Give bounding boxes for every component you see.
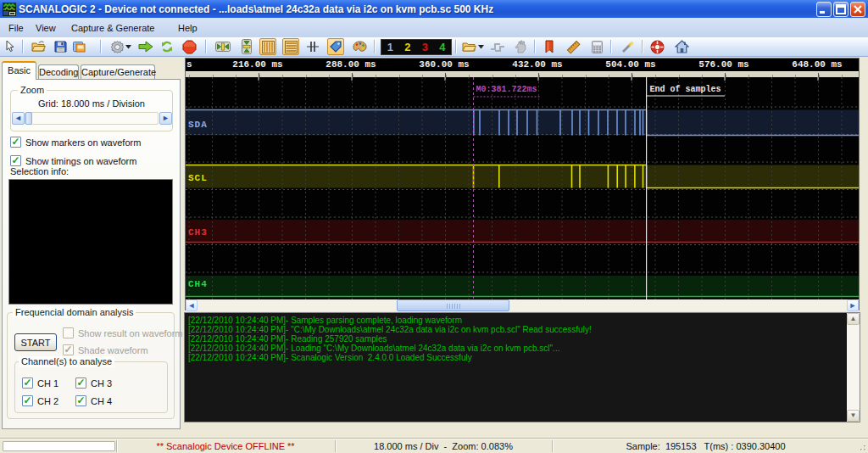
waveform-canvas[interactable]: SDASCLCH3CH4M0:381.722msEnd of samples	[186, 77, 859, 299]
tab-capture-generate[interactable]: Capture/Generate	[81, 64, 155, 80]
open-file-button[interactable]	[30, 38, 47, 55]
log-line: [22/12/2010 10:24:40 PM]- Scanalogic Ver…	[188, 353, 841, 362]
ruler-tick-strip	[186, 71, 859, 77]
minimize-button[interactable]	[816, 2, 832, 17]
open-folder2-icon	[462, 40, 476, 53]
waveform-panel: s216.00 ms288.00 ms360.00 ms432.00 ms504…	[185, 58, 860, 310]
checkbox-checked[interactable]: ✓	[75, 395, 86, 406]
settings-dropdown-icon[interactable]	[125, 45, 131, 49]
ruler-label: 648.00 ms	[792, 59, 842, 70]
resize-grip[interactable]	[858, 443, 866, 451]
open-recent-dropdown-icon[interactable]	[478, 45, 484, 49]
waveform-hscrollbar[interactable]: ◄ ►	[186, 299, 859, 311]
zoom-slider-thumb[interactable]	[25, 112, 32, 125]
markers-toggle-button[interactable]	[327, 38, 344, 55]
cursor-tool-button[interactable]	[1, 38, 18, 55]
log-lines: [22/12/2010 10:24:40 PM]- Samples parsin…	[188, 316, 841, 362]
home-button[interactable]	[673, 38, 690, 55]
add-bookmark-button[interactable]	[541, 38, 558, 55]
ruler-partial-label: s	[186, 59, 192, 70]
refresh-icon	[160, 40, 174, 53]
stop-icon	[182, 40, 197, 54]
maximize-button[interactable]	[833, 2, 849, 17]
open-folder-icon	[31, 40, 46, 53]
analyse-ch-3[interactable]: ✓CH 3	[75, 378, 112, 389]
menu-item-capture-generate[interactable]: Capture & Generate	[70, 21, 156, 36]
menu-item-view[interactable]: View	[34, 21, 58, 36]
horizontal-grid-toggle-button[interactable]	[282, 38, 299, 55]
analyse-ch-2[interactable]: ✓CH 2	[22, 395, 58, 406]
hscroll-thumb[interactable]	[397, 299, 509, 311]
checkbox-checked[interactable]: ✓	[10, 155, 21, 166]
checkbox-unchecked[interactable]	[63, 327, 74, 338]
measure-ruler-button[interactable]	[565, 38, 581, 55]
cursor-icon	[3, 40, 16, 53]
end-of-samples-label: End of samples	[650, 85, 721, 94]
tab-basic[interactable]: Basic	[2, 61, 36, 80]
option-show-result-on-waveform[interactable]: Show result on waveform	[63, 327, 183, 338]
channels-to-analyse-groupbox: Channel(s) to analyse ✓CH 1✓CH 3✓CH 2✓CH…	[14, 361, 168, 413]
tag-icon	[329, 40, 342, 53]
zoom-vertical-button[interactable]	[238, 38, 255, 55]
decode-wand-button[interactable]	[619, 38, 636, 55]
menu-item-file[interactable]: File	[7, 21, 25, 36]
run-button[interactable]	[137, 38, 154, 55]
menu-bar: FileViewCapture & GenerateHelp	[0, 18, 868, 37]
checkbox-checked[interactable]: ✓	[22, 395, 33, 406]
frequency-analysis-title: Frequencial domain analysis	[13, 307, 136, 318]
log-scroll-down-arrow[interactable]: ▼	[847, 410, 860, 422]
open-recent-button[interactable]	[460, 38, 477, 55]
colors-palette-button[interactable]	[351, 38, 368, 55]
checkbox-checked[interactable]: ✓	[75, 378, 86, 389]
help-support-button[interactable]	[648, 38, 665, 55]
window-title: SCANALOGIC 2 - Device not connected - ..…	[19, 3, 815, 15]
option-show-markers-on-waveform[interactable]: ✓Show markers on waveform	[10, 137, 141, 148]
minimize-icon	[819, 4, 829, 14]
log-panel: [22/12/2010 10:24:40 PM]- Samples parsin…	[184, 312, 860, 422]
close-icon	[853, 4, 863, 14]
channels-to-analyse-title: Channel(s) to analyse	[19, 356, 114, 367]
horizontal-lines-icon	[285, 41, 298, 53]
calculator-button[interactable]	[588, 38, 605, 55]
ruler-label: 360.00 ms	[419, 59, 469, 70]
gear-icon	[110, 40, 125, 54]
tab-decoding[interactable]: Decoding	[38, 64, 79, 80]
checkbox-checked[interactable]: ✓	[63, 344, 74, 355]
zoom-horizontal-button[interactable]	[214, 38, 231, 55]
log-line: [22/12/2010 10:24:40 PM]- Samples parsin…	[188, 316, 841, 325]
close-button[interactable]	[850, 2, 865, 17]
log-scroll-up-arrow[interactable]: ▲	[847, 313, 860, 325]
analyse-ch-4[interactable]: ✓CH 4	[75, 395, 112, 406]
stop-button[interactable]	[181, 38, 198, 55]
title-bar[interactable]: SCANALOGIC 2 - Device not connected - ..…	[0, 0, 868, 18]
hscroll-left-arrow[interactable]: ◄	[186, 299, 198, 311]
settings-button[interactable]	[108, 38, 125, 55]
zoom-horizontal-icon	[215, 41, 231, 53]
refresh-button[interactable]	[159, 38, 175, 55]
start-button[interactable]: START	[14, 333, 57, 351]
log-vscrollbar[interactable]: ▲ ▼	[847, 313, 860, 422]
option-show-timings-on-waveform[interactable]: ✓Show timings on waveform	[10, 155, 136, 166]
ruler-label: 288.00 ms	[326, 59, 376, 70]
channel-band-ch4	[186, 276, 859, 297]
vertical-grid-toggle-button[interactable]	[259, 38, 276, 55]
channel-label-ch4: CH4	[188, 279, 208, 289]
menu-item-help[interactable]: Help	[176, 21, 199, 36]
save-file-button[interactable]	[52, 38, 69, 55]
zoom-slider-track[interactable]	[25, 112, 159, 125]
checkbox-label: CH 3	[91, 378, 112, 389]
analyse-ch-1[interactable]: ✓CH 1	[22, 378, 58, 389]
option-shade-waveform[interactable]: ✓Shade waveform	[63, 344, 148, 355]
steps-generator-button[interactable]	[489, 38, 506, 55]
hscroll-right-arrow[interactable]: ►	[847, 299, 859, 311]
zoom-slider-right-arrow[interactable]: ►	[159, 112, 172, 125]
pan-hand-button[interactable]	[512, 38, 529, 55]
checkbox-checked[interactable]: ✓	[10, 137, 21, 148]
export-image-button[interactable]	[70, 38, 87, 55]
timings-toggle-button[interactable]	[304, 38, 321, 55]
zoom-slider-left-arrow[interactable]: ◄	[12, 112, 25, 125]
status-bar: ** Scanalogic Device OFFLINE ** 18.000 m…	[0, 438, 868, 453]
channel-band-scl	[186, 165, 859, 188]
channel-digit-2: 2	[404, 41, 410, 53]
checkbox-checked[interactable]: ✓	[22, 378, 33, 389]
